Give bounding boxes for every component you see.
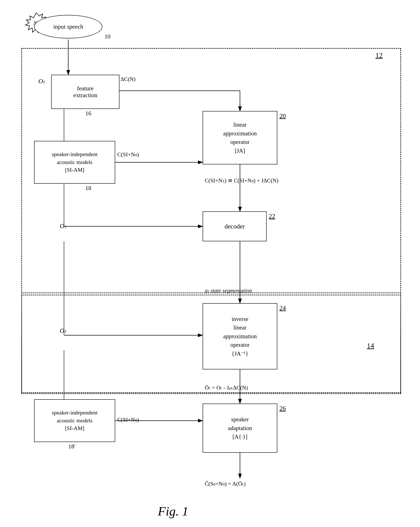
inv-lin-approx-label: inverse linear approximation operator {J… [223,315,257,358]
inverse-lin-approx-box: inverse linear approximation operator {J… [203,303,277,369]
si-am-box-bottom: speaker-independent acoustic models [SI-… [34,399,115,442]
c-si-n0-bottom-label: C(SI+N₀) [117,416,139,423]
si-am-bottom-label: speaker-independent acoustic models [SI-… [52,409,98,432]
si-am-top-label: speaker-independent acoustic models [SI-… [52,151,98,174]
input-speech-label: input speech [53,23,84,30]
speaker-adapt-label: speaker adaptation [A{·}] [228,415,252,441]
diagram-container: N₁ input speech 10 12 14 Oₜ feature extr… [13,9,407,510]
lin-approx-label: linear approximation operator [JA] [223,121,257,155]
c-si-n0-top-label: C(SI+N₀) [117,151,139,158]
ot-mid-label: Oₜ [60,222,66,230]
ref-18p-label: 18' [68,443,75,450]
ref-26-label: 26 [279,405,286,412]
ref-20-label: 20 [279,112,286,119]
ref-18-label: 18 [85,185,91,192]
ref-16-label: 16 [85,110,91,117]
si-am-box-top: speaker-independent acoustic models [SI-… [34,141,115,184]
ref-24-label: 24 [279,304,286,312]
input-speech-bubble: input speech [34,15,102,38]
eq2-label: Ōₜ = Oₜ - JₚₜΔC(N) [205,384,248,391]
fig-label: Fig. 1 [158,504,188,519]
speaker-adapt-box: speaker adaptation [A{·}] [203,404,277,453]
eq3-label: Ĉ(S₀+N₀) = A(Ōₜ) [205,481,246,487]
decoder-label: decoder [225,223,245,230]
eq1-label: C(SI+N₁) ≅ C(SI+N₀) + JΔC(N) [205,177,278,184]
ot-feat-label: Oₜ [38,77,45,85]
ref-22-label: 22 [269,212,275,220]
ot-lower-label: Oₜ [60,327,66,334]
delta-cn-label: ΔC(N) [121,76,136,82]
ref-14-label: 14 [367,342,374,350]
feature-extraction-label: feature extraction [73,85,97,99]
decoder-box: decoder [203,211,267,241]
ref-12-label: 12 [375,51,383,59]
ref-10-label: 10 [105,33,110,40]
feature-extraction-box: feature extraction [51,75,119,109]
linear-approx-box: linear approximation operator [JA] [203,111,277,165]
state-seg-label: qₜ state segmentation [205,287,252,294]
